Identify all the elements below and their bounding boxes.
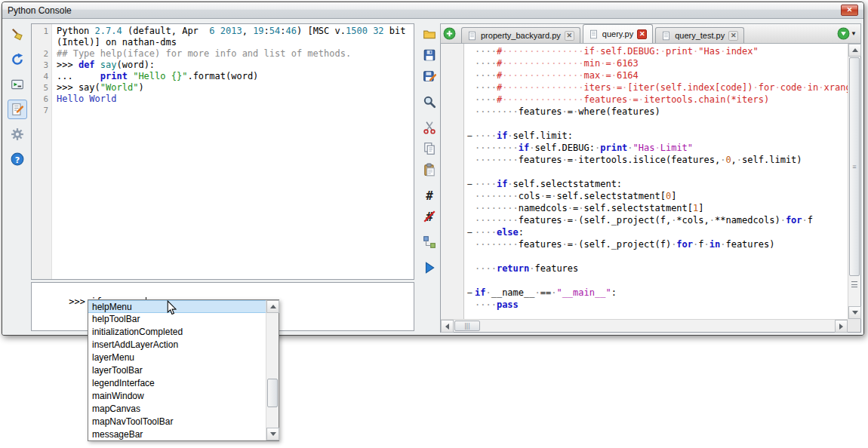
close-button[interactable]: ✕ [841,5,858,16]
fold-margin [464,190,475,202]
console-line-text: (Intel)] on nathan-dms [52,37,177,48]
show-editor-button[interactable] [8,100,27,119]
file-icon [661,31,671,41]
scroll-down-button[interactable] [266,428,279,440]
fold-marker[interactable]: − [464,130,475,142]
fold-margin [464,214,475,226]
tab-label: property_backyard.py [481,31,561,40]
editor-line: 201−····if·self.limit: [441,130,848,142]
tab-label: query_test.py [675,31,725,40]
editor-vertical-scrollbar[interactable]: ≡ [848,44,860,319]
copy-icon [423,142,436,155]
console-output[interactable]: 1Python 2.7.4 (default, Apr 6 2013, 19:5… [31,23,414,280]
file-icon [467,31,477,41]
find-icon [423,95,436,109]
scroll-right-button[interactable] [835,320,848,333]
code-text: ····if·self.limit: [475,130,573,142]
fold-margin [464,238,475,250]
save-button[interactable] [420,46,439,64]
code-text: ········features·=·where(features) [475,106,660,118]
fold-margin [464,275,475,287]
fold-margin [464,106,475,118]
autocomplete-item-mapCanvas[interactable]: mapCanvas [88,403,266,416]
scroll-left-button[interactable] [441,320,454,333]
editor-line: 204 [441,166,848,178]
find-button[interactable] [420,93,439,111]
tab-query.py[interactable]: query.py✕ [583,24,653,43]
autocomplete-item-mainWindow[interactable]: mainWindow [88,390,266,403]
console-line-text: >>> def say(word): [52,60,155,71]
scrollbar-marker [851,281,857,287]
run-options-button[interactable]: ▼ [837,27,857,40]
code-text: ····return·features [475,262,578,275]
code-lines: 194····#···············if·self.DEBUG:·pr… [441,45,848,311]
tab-query_test.py[interactable]: query_test.py✕ [655,27,744,43]
autocomplete-item-layerToolBar[interactable]: layerToolBar [88,364,266,377]
fold-marker[interactable]: − [464,178,475,190]
clear-console-button[interactable] [8,25,27,44]
open-file-icon [423,27,436,41]
cut-button[interactable] [420,118,439,137]
autocomplete-item-helpMenu[interactable]: helpMenu [88,300,266,313]
cut-icon [423,121,436,134]
vertical-scrollbar-thumb[interactable]: ≡ [849,57,860,276]
fold-marker[interactable]: − [464,226,475,238]
autocomplete-item-legendInterface[interactable]: legendInterface [88,377,266,390]
autocomplete-scrollbar[interactable] [266,300,279,440]
autocomplete-item-mapNavToolToolBar[interactable]: mapNavToolToolBar [88,416,266,428]
save-as-button[interactable] [420,67,439,85]
clear-console-icon [11,28,24,41]
fold-margin [464,299,475,311]
line-number: 1 [32,26,52,37]
editor-line: 208········features·=·(self._project(f,·… [441,214,848,226]
paste-button[interactable] [420,161,439,179]
horizontal-scrollbar-thumb[interactable]: ||| [454,321,480,331]
scroll-up-button[interactable] [848,44,861,57]
tabs: property_backyard.py✕query.py✕query_test… [461,24,746,43]
svg-text:?: ? [15,155,20,165]
tab-property_backyard.py[interactable]: property_backyard.py✕ [461,27,580,43]
editor-panel: ## property_backyard.py✕query.py✕query_t… [419,23,861,333]
code-text: ····#···············min·=·6163 [475,57,639,69]
autocomplete-item-insertAddLayerAction[interactable]: insertAddLayerAction [88,339,266,351]
line-number: 7 [32,105,52,116]
run-command-button[interactable] [8,75,27,94]
new-tab-button[interactable] [443,27,456,40]
console-lines: 1Python 2.7.4 (default, Apr 6 2013, 19:5… [32,26,414,116]
autocomplete-item-layerMenu[interactable]: layerMenu [88,351,266,364]
editor-horizontal-scrollbar[interactable]: ||| [441,319,848,332]
line-number: 3 [32,60,52,71]
tab-close-button[interactable]: ✕ [637,29,647,39]
code-text: ····#···············features·=·itertools… [475,94,769,106]
scroll-down-button[interactable] [848,306,861,319]
object-inspector-button[interactable] [420,233,439,251]
chevron-down-icon: ▼ [851,30,857,37]
title-bar[interactable]: Python Console ✕ [2,2,863,19]
console-line: 4... print "Hello {}".format(word) [32,71,414,82]
uncomment-button[interactable]: # [420,207,439,226]
editor-toolbar: ## [419,25,440,333]
comment-button[interactable]: # [420,186,439,204]
copy-button[interactable] [420,140,439,158]
console-line: 3>>> def say(word): [32,60,414,71]
editor-line: 210········features·=·(self._project(f)·… [441,238,848,250]
autocomplete-scrollbar-thumb[interactable] [267,379,278,407]
scroll-up-button[interactable] [266,300,279,313]
code-area[interactable]: 194····#···············if·self.DEBUG:·pr… [441,44,848,319]
editor-line: 195····#···············min·=·6163 [441,57,848,69]
autocomplete-item-initializationCompleted[interactable]: initializationCompleted [88,326,266,339]
editor-line: 213 [441,275,848,287]
tab-close-button[interactable]: ✕ [728,31,738,41]
settings-button[interactable] [8,124,27,144]
autocomplete-item-helpToolBar[interactable]: helpToolBar [88,313,266,326]
run-script-button[interactable] [420,259,439,277]
import-class-button[interactable] [8,50,27,69]
help-button[interactable]: ? [8,149,27,169]
autocomplete-item-messageBar[interactable]: messageBar [88,428,266,440]
tab-close-button[interactable]: ✕ [565,31,574,41]
console-line: 5>>> say("World") [32,82,414,94]
fold-marker[interactable]: − [464,287,475,299]
console-line: 7 [32,105,414,116]
help-icon: ? [11,152,24,166]
open-file-button[interactable] [420,25,439,43]
